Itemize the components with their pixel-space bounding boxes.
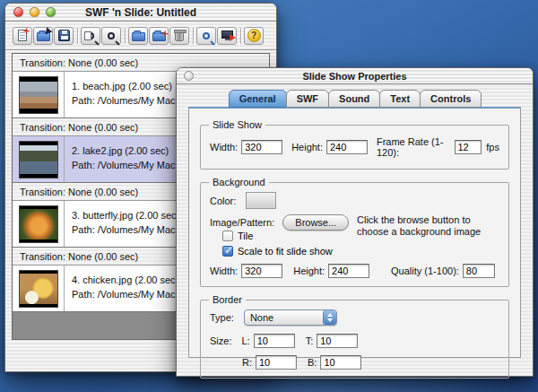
magnifier-icon [108, 32, 115, 39]
dialog-titlebar[interactable]: Slide Show Properties [177, 68, 533, 84]
left-label: L: [241, 335, 249, 346]
open-project-button[interactable] [33, 27, 53, 45]
slide-show-group: Slide Show Width: Height: Frame Rate (1-… [200, 125, 509, 170]
save-button[interactable] [54, 27, 74, 45]
general-tab-panel: Slide Show Width: Height: Frame Rate (1-… [188, 107, 521, 358]
toolbar-divider [240, 28, 241, 44]
border-left-input[interactable] [254, 334, 295, 348]
tab-swf[interactable]: SWF [286, 90, 329, 108]
quality-input[interactable] [463, 264, 495, 278]
new-slide-button[interactable]: + [13, 27, 32, 45]
browse-hint-text: Click the browse button to choose a back… [357, 214, 499, 238]
lake-thumbnail [19, 141, 58, 179]
size-label: Size: [210, 335, 231, 346]
slide-show-legend: Slide Show [209, 119, 265, 130]
magnifier-button[interactable] [101, 27, 121, 45]
trash-icon [175, 31, 184, 41]
export-movie-icon [221, 30, 233, 39]
slideshow-width-input[interactable] [241, 140, 282, 154]
browse-button[interactable]: Browse... [282, 214, 349, 231]
color-label: Color: [210, 196, 236, 206]
tab-general[interactable]: General [229, 90, 287, 108]
main-toolbar: + + ? [5, 22, 276, 50]
tile-checkbox[interactable] [222, 231, 233, 241]
open-project-icon [37, 32, 50, 41]
border-right-input[interactable] [256, 355, 297, 370]
background-legend: Background [209, 177, 269, 187]
top-label: T: [306, 335, 314, 346]
dialog-title: Slide Show Properties [177, 71, 533, 82]
window-controls [13, 7, 56, 17]
slide-show-properties-dialog: Slide Show Properties General SWF Sound … [176, 67, 534, 377]
width-label: Width: [210, 142, 238, 152]
export-movie-button[interactable] [217, 27, 237, 45]
border-top-input[interactable] [317, 334, 358, 348]
beach-thumbnail [19, 76, 58, 114]
delete-button[interactable] [169, 27, 189, 45]
minimize-button[interactable] [30, 7, 39, 17]
tab-text[interactable]: Text [379, 90, 421, 108]
slideshow-height-input[interactable] [326, 140, 368, 154]
scale-to-fit-label: Scale to fit slide show [238, 246, 333, 257]
preview-icon [203, 32, 210, 39]
image-pattern-label: Image/Pattern: [210, 217, 274, 228]
tab-controls[interactable]: Controls [420, 90, 482, 108]
height-label: Height: [291, 142, 323, 152]
toolbar-divider [125, 28, 126, 44]
dialog-close-button[interactable] [184, 71, 194, 81]
border-type-label: Type: [210, 312, 234, 323]
add-folder-button[interactable] [128, 27, 148, 45]
background-width-input[interactable] [241, 264, 282, 278]
find-slide-icon [87, 32, 94, 39]
add-files-icon: + [152, 32, 166, 41]
bottom-label: B: [308, 357, 317, 368]
quality-label: Quality (1-100): [391, 266, 459, 276]
help-button[interactable]: ? [244, 27, 264, 45]
help-icon: ? [247, 29, 261, 42]
add-folder-icon [132, 32, 145, 41]
main-titlebar[interactable]: SWF 'n Slide: Untitled [5, 4, 276, 22]
frame-rate-label: Frame Rate (1-120): [377, 136, 451, 158]
save-icon [58, 30, 70, 41]
find-slide-button[interactable] [81, 27, 100, 45]
border-type-value: None [245, 312, 323, 323]
zoom-button[interactable] [46, 7, 56, 17]
border-group: Border Type: None Size: L: T: R: [200, 300, 509, 379]
bg-width-label: Width: [210, 266, 238, 276]
chicken-thumbnail [19, 270, 58, 308]
toolbar-divider [77, 28, 78, 44]
bg-height-label: Height: [293, 266, 325, 276]
new-slide-icon: + [18, 30, 27, 41]
background-height-input[interactable] [328, 264, 369, 278]
preview-button[interactable] [196, 27, 216, 45]
fps-label: fps [486, 142, 499, 152]
background-group: Background Color: Image/Pattern: Browse.… [200, 182, 509, 287]
close-button[interactable] [13, 7, 23, 17]
scale-to-fit-checkbox[interactable] [222, 246, 233, 257]
frame-rate-input[interactable] [455, 140, 482, 154]
background-color-well[interactable] [246, 192, 276, 209]
border-bottom-input[interactable] [320, 355, 361, 370]
popup-stepper-icon [323, 310, 336, 325]
dialog-tabs: General SWF Sound Text Controls [177, 90, 533, 108]
tab-sound[interactable]: Sound [328, 90, 380, 108]
toolbar-divider [193, 28, 194, 44]
butterfly-thumbnail [19, 205, 58, 243]
border-type-popup[interactable]: None [244, 309, 337, 326]
tile-label: Tile [238, 231, 253, 241]
border-legend: Border [209, 294, 246, 305]
add-files-button[interactable]: + [149, 27, 169, 45]
right-label: R: [242, 357, 252, 368]
